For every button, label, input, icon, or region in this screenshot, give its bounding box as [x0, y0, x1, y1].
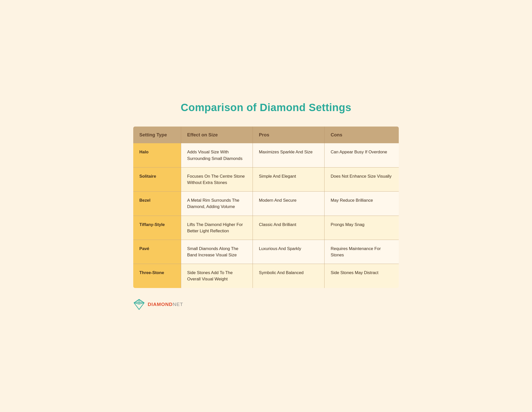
- effect-cell: Focuses On The Centre Stone Without Extr…: [181, 167, 253, 191]
- cons-cell: May Reduce Brilliance: [325, 192, 399, 216]
- cons-cell: Requires Maintenance For Stones: [325, 240, 399, 264]
- effect-cell: Adds Visual Size With Surrounding Small …: [181, 143, 253, 167]
- cons-cell: Side Stones May Distract: [325, 264, 399, 288]
- page-wrapper: Comparison of Diamond Settings Setting T…: [133, 101, 399, 310]
- col-header-setting: Setting Type: [133, 127, 181, 143]
- effect-cell: Side Stones Add To The Overall Visual We…: [181, 264, 253, 288]
- setting-name-cell: Bezel: [133, 192, 181, 216]
- comparison-table: Setting Type Effect on Size Pros Cons Ha…: [133, 126, 399, 288]
- effect-cell: A Metal Rim Surrounds The Diamond, Addin…: [181, 192, 253, 216]
- effect-cell: Small Diamonds Along The Band Increase V…: [181, 240, 253, 264]
- logo-section: DIAMONDNET: [133, 298, 399, 311]
- col-header-pros: Pros: [253, 127, 325, 143]
- pros-cell: Symbolic And Balanced: [253, 264, 325, 288]
- setting-name-cell: Three-Stone: [133, 264, 181, 288]
- table-row: SolitaireFocuses On The Centre Stone Wit…: [133, 167, 399, 191]
- effect-cell: Lifts The Diamond Higher For Better Ligh…: [181, 216, 253, 240]
- table-row: BezelA Metal Rim Surrounds The Diamond, …: [133, 192, 399, 216]
- table-row: Tiffany-StyleLifts The Diamond Higher Fo…: [133, 216, 399, 240]
- pros-cell: Classic And Brilliant: [253, 216, 325, 240]
- setting-name-cell: Halo: [133, 143, 181, 167]
- table-row: PavéSmall Diamonds Along The Band Increa…: [133, 240, 399, 264]
- cons-cell: Prongs May Snag: [325, 216, 399, 240]
- table-header-row: Setting Type Effect on Size Pros Cons: [133, 127, 399, 143]
- logo-text: DIAMONDNET: [148, 302, 183, 307]
- cons-cell: Can Appear Busy If Overdone: [325, 143, 399, 167]
- logo-net: NET: [173, 302, 183, 307]
- setting-name-cell: Pavé: [133, 240, 181, 264]
- page-title: Comparison of Diamond Settings: [133, 101, 399, 114]
- setting-name-cell: Tiffany-Style: [133, 216, 181, 240]
- logo-diamond: DIAMOND: [148, 302, 173, 307]
- col-header-effect: Effect on Size: [181, 127, 253, 143]
- col-header-cons: Cons: [325, 127, 399, 143]
- pros-cell: Maximizes Sparkle And Size: [253, 143, 325, 167]
- pros-cell: Luxurious And Sparkly: [253, 240, 325, 264]
- table-row: Three-StoneSide Stones Add To The Overal…: [133, 264, 399, 288]
- setting-name-cell: Solitaire: [133, 167, 181, 191]
- pros-cell: Simple And Elegant: [253, 167, 325, 191]
- table-row: HaloAdds Visual Size With Surrounding Sm…: [133, 143, 399, 167]
- pros-cell: Modern And Secure: [253, 192, 325, 216]
- diamond-logo-icon: [133, 298, 145, 311]
- cons-cell: Does Not Enhance Size Visually: [325, 167, 399, 191]
